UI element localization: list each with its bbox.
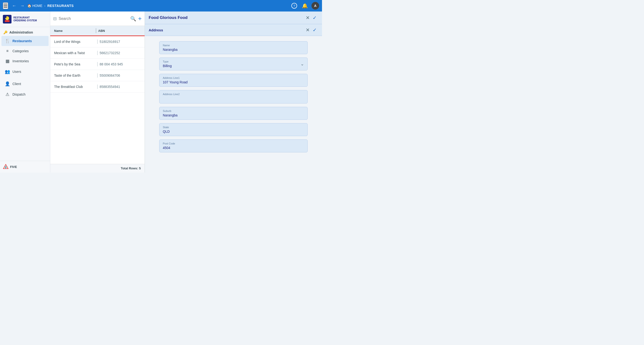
- table-row[interactable]: The Breakfast Club 85883554941: [50, 81, 144, 93]
- restaurants-icon: 🍴: [5, 38, 10, 44]
- col-header-abn: ABN: [98, 29, 138, 33]
- dispatch-icon: ⚠: [5, 92, 10, 97]
- sidebar-item-label-dispatch: Dispatch: [12, 93, 26, 96]
- key-icon: 🔑: [3, 31, 8, 34]
- list-rows: Lord of the Wings 51802916917 Mexican wi…: [50, 36, 144, 164]
- address-line1-label: Address Line1: [163, 76, 304, 79]
- users-icon: 👥: [5, 69, 10, 74]
- state-label: State: [163, 126, 304, 129]
- table-row[interactable]: Lord of the Wings 51802916917: [50, 36, 144, 48]
- table-row[interactable]: Taste of the Earth 55009064706: [50, 70, 144, 81]
- address-line1-field[interactable]: Address Line1 107 Young Road: [159, 74, 308, 87]
- col-divider-row: [97, 62, 98, 66]
- postcode-field[interactable]: Post Code 4504: [159, 139, 308, 152]
- sidebar-item-label-categories: Categories: [12, 49, 29, 53]
- address-line2-field[interactable]: Address Line2: [159, 90, 308, 104]
- home-link[interactable]: 🏠 HOME: [27, 4, 42, 8]
- search-input-wrap: [59, 17, 128, 21]
- topbar-right: ? 🔔 A: [290, 2, 319, 10]
- sidebar-item-dispatch[interactable]: ⚠ Dispatch: [2, 89, 48, 99]
- filter-icon[interactable]: ⊟: [53, 16, 57, 21]
- col-header-name: Name: [54, 29, 94, 33]
- detail-title: Food Glorious Food: [149, 15, 304, 20]
- row-abn: 85883554941: [100, 85, 141, 89]
- sidebar-item-client[interactable]: 👤 Client: [2, 79, 48, 89]
- list-panel: ⊟ 🔍 + Name ABN Lord of the Wings 5180291…: [50, 12, 145, 173]
- menu-icon[interactable]: ☰: [3, 3, 8, 9]
- categories-icon: ≡: [5, 49, 10, 53]
- sidebar-item-users[interactable]: 👥 Users: [2, 67, 48, 77]
- state-value: QLD: [163, 130, 304, 133]
- address-header: Address ✕ ✓: [145, 24, 322, 36]
- sidebar: RESTAURANT ORDERING SYSTEM 🔑 Administrat…: [0, 12, 50, 173]
- sidebar-bottom: FIVE: [0, 161, 50, 173]
- breadcrumb-separator: ›: [44, 4, 46, 8]
- detail-close-button[interactable]: ✕: [304, 14, 311, 21]
- five-logo: FIVE: [3, 164, 47, 170]
- sidebar-section-administration: 🔑 Administration: [0, 27, 50, 36]
- sidebar-item-label-restaurants: Restaurants: [12, 39, 32, 43]
- svg-rect-2: [5, 20, 10, 22]
- search-icon[interactable]: 🔍: [130, 16, 136, 22]
- bell-icon: 🔔: [302, 3, 308, 9]
- notifications-button[interactable]: 🔔: [301, 2, 308, 10]
- type-field[interactable]: Type Billing ⌄: [159, 58, 308, 71]
- row-name: Pete's by the Sea: [54, 62, 95, 66]
- five-logo-text: FIVE: [10, 165, 17, 169]
- col-divider: [96, 28, 96, 33]
- sidebar-item-restaurants[interactable]: 🍴 Restaurants: [2, 36, 48, 46]
- address-section-title: Address: [149, 28, 304, 32]
- name-field[interactable]: Name Narangba: [159, 41, 308, 54]
- home-label: HOME: [32, 4, 42, 8]
- five-logo-icon: [3, 164, 8, 170]
- col-divider-row: [97, 40, 98, 44]
- inventories-icon: ▦: [5, 59, 10, 64]
- list-header: Name ABN: [50, 26, 144, 36]
- logo-icon: [3, 15, 12, 24]
- help-button[interactable]: ?: [290, 2, 298, 10]
- detail-header: Food Glorious Food ✕ ✓: [145, 12, 322, 24]
- total-rows-label: Total Rows: 5: [121, 167, 141, 170]
- row-name: Taste of the Earth: [54, 74, 95, 77]
- detail-panel: Food Glorious Food ✕ ✓ ↑ Address ✕ ✓: [145, 12, 322, 173]
- row-abn: 88 004 453 945: [100, 62, 141, 66]
- sidebar-item-label-client: Client: [12, 82, 21, 86]
- suburb-label: Suburb: [163, 110, 304, 112]
- state-field[interactable]: State QLD: [159, 123, 308, 136]
- avatar[interactable]: A: [312, 2, 319, 10]
- table-row[interactable]: Mexican with a Twist 56621732252: [50, 48, 144, 59]
- sidebar-item-label-users: Users: [12, 70, 21, 74]
- sidebar-logo: RESTAURANT ORDERING SYSTEM: [0, 12, 50, 27]
- address-form: Name Narangba Type Billing ⌄ Address Lin…: [145, 37, 322, 157]
- back-button[interactable]: ←: [11, 3, 17, 9]
- type-dropdown-icon: ⌄: [300, 61, 304, 67]
- sidebar-item-inventories[interactable]: ▦ Inventories: [2, 56, 48, 66]
- forward-button[interactable]: →: [19, 3, 26, 9]
- name-field-label: Name: [163, 44, 304, 47]
- postcode-value: 4504: [163, 146, 304, 150]
- help-icon: ?: [291, 3, 297, 9]
- client-icon: 👤: [5, 81, 10, 87]
- page-title: RESTAURANTS: [48, 4, 74, 8]
- address-save-button[interactable]: ✓: [311, 27, 318, 33]
- add-button[interactable]: +: [138, 15, 142, 22]
- content-area: ⊟ 🔍 + Name ABN Lord of the Wings 5180291…: [50, 12, 322, 173]
- col-divider-row: [97, 85, 98, 89]
- col-divider-row: [97, 51, 98, 55]
- col-divider-row: [97, 73, 98, 78]
- sidebar-item-categories[interactable]: ≡ Categories: [2, 47, 48, 56]
- detail-save-button[interactable]: ✓: [311, 14, 318, 21]
- table-row[interactable]: Pete's by the Sea 88 004 453 945: [50, 59, 144, 70]
- suburb-field[interactable]: Suburb Narangba: [159, 107, 308, 120]
- address-panel: Address ✕ ✓ ↑ Name Narangba: [145, 24, 322, 173]
- svg-point-3: [5, 17, 6, 18]
- list-footer: Total Rows: 5: [50, 164, 144, 173]
- postcode-label: Post Code: [163, 142, 304, 145]
- topbar: ☰ ← → 🏠 HOME › RESTAURANTS ? 🔔 A: [0, 0, 322, 12]
- row-abn: 55009064706: [100, 74, 141, 77]
- list-toolbar: ⊟ 🔍 +: [50, 12, 144, 26]
- address-close-button[interactable]: ✕: [304, 27, 311, 33]
- type-field-value: Billing: [163, 64, 300, 68]
- search-input[interactable]: [59, 17, 128, 21]
- name-field-value: Narangba: [163, 48, 304, 52]
